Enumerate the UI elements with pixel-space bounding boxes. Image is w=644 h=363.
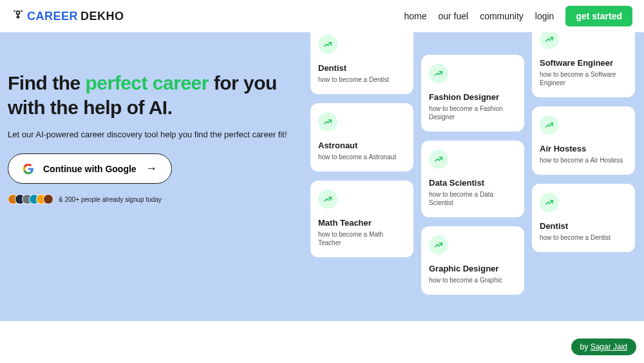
headline: Find the perfect career for you with the… — [8, 71, 310, 119]
card-title: Astronaut — [318, 141, 406, 150]
career-cards-section: Dentisthow to become a Dentist Astronaut… — [310, 32, 644, 321]
trend-up-icon — [318, 35, 337, 54]
card-title: Dentist — [540, 221, 627, 231]
logo-text-career: CAREER — [27, 10, 78, 23]
card-column-2: Fashion Designerhow to become a Fashion … — [421, 55, 524, 295]
nav-links: home our fuel community login get starte… — [404, 6, 632, 26]
nav-community[interactable]: community — [480, 11, 524, 21]
card-subtitle: how to become a Dentist — [540, 233, 627, 242]
google-icon — [23, 163, 34, 175]
card-column-3: Software Engineerhow to become a Softwar… — [532, 32, 635, 295]
hero-section: Find the perfect career for you with the… — [0, 32, 310, 321]
logo-icon — [12, 8, 24, 25]
avatar-stack — [8, 194, 53, 204]
card-subtitle: how to become a Data Scientist — [429, 190, 516, 207]
card-subtitle: how to become a Dentist — [318, 75, 406, 84]
card-columns: Dentisthow to become a Dentist Astronaut… — [310, 32, 635, 295]
trend-up-icon — [318, 190, 337, 209]
trend-up-icon — [540, 193, 559, 212]
card-title: Math Teacher — [318, 218, 406, 228]
career-card-astronaut[interactable]: Astronauthow to become a Astronaut — [310, 103, 413, 172]
nav-login[interactable]: login — [535, 11, 554, 21]
get-started-button[interactable]: get started — [565, 6, 632, 26]
footer-strip — [0, 321, 644, 363]
trend-up-icon — [318, 112, 337, 132]
trend-up-icon — [540, 32, 559, 49]
main-content: Find the perfect career for you with the… — [0, 32, 644, 321]
card-title: Fashion Designer — [429, 92, 516, 102]
continue-with-google-button[interactable]: Continue with Google → — [8, 153, 172, 184]
google-button-label: Continue with Google — [43, 164, 137, 174]
social-proof: & 200+ people already signup today — [8, 194, 310, 204]
career-card-data-scientist[interactable]: Data Scientisthow to become a Data Scien… — [421, 141, 524, 217]
headline-highlight: perfect career — [85, 72, 208, 93]
card-column-1: Dentisthow to become a Dentist Astronaut… — [310, 32, 413, 295]
career-card-math-teacher[interactable]: Math Teacherhow to become a Math Teacher — [310, 181, 413, 257]
card-title: Software Engineer — [540, 58, 627, 68]
logo-text-dekho: DEKHO — [80, 10, 124, 23]
credit-name: Sagar Jaid — [591, 342, 627, 351]
card-subtitle: how to become a Software Engineer — [540, 70, 627, 87]
card-subtitle: how to become a Math Teacher — [318, 230, 406, 247]
trend-up-icon — [429, 150, 448, 169]
trend-up-icon — [429, 235, 448, 255]
card-subtitle: how to become a Fashion Designer — [429, 104, 516, 121]
svg-point-0 — [17, 11, 20, 14]
trend-up-icon — [540, 115, 559, 135]
career-card-software-engineer[interactable]: Software Engineerhow to become a Softwar… — [532, 32, 635, 97]
hero-subtext: Let our AI-powered career discovery tool… — [8, 130, 310, 139]
card-subtitle: how to become a Astronaut — [318, 153, 406, 161]
logo[interactable]: CAREERDEKHO — [12, 8, 124, 25]
card-title: Data Scientist — [429, 178, 516, 188]
card-title: Air Hostess — [540, 144, 627, 153]
career-card-fashion-designer[interactable]: Fashion Designerhow to become a Fashion … — [421, 55, 524, 132]
headline-part1: Find the — [8, 72, 85, 93]
card-subtitle: how to become a Graphic — [429, 276, 516, 284]
trend-up-icon — [429, 64, 448, 83]
social-proof-text: & 200+ people already signup today — [59, 196, 162, 203]
top-nav: CAREERDEKHO home our fuel community logi… — [0, 0, 644, 32]
career-card-graphic-designer[interactable]: Graphic Designerhow to become a Graphic — [421, 226, 524, 295]
arrow-right-icon: → — [146, 162, 157, 175]
career-card-dentist[interactable]: Dentisthow to become a Dentist — [310, 32, 413, 94]
nav-home[interactable]: home — [404, 11, 426, 21]
avatar — [43, 194, 53, 204]
nav-our-fuel[interactable]: our fuel — [438, 11, 468, 21]
card-subtitle: how to become a Air Hostess — [540, 156, 627, 164]
credit-by: by — [580, 342, 591, 351]
card-title: Dentist — [318, 63, 406, 73]
career-card-air-hostess[interactable]: Air Hostesshow to become a Air Hostess — [532, 106, 635, 175]
career-card-dentist-2[interactable]: Dentisthow to become a Dentist — [532, 184, 635, 252]
card-title: Graphic Designer — [429, 264, 516, 273]
credit-pill[interactable]: by Sagar Jaid — [571, 338, 636, 355]
